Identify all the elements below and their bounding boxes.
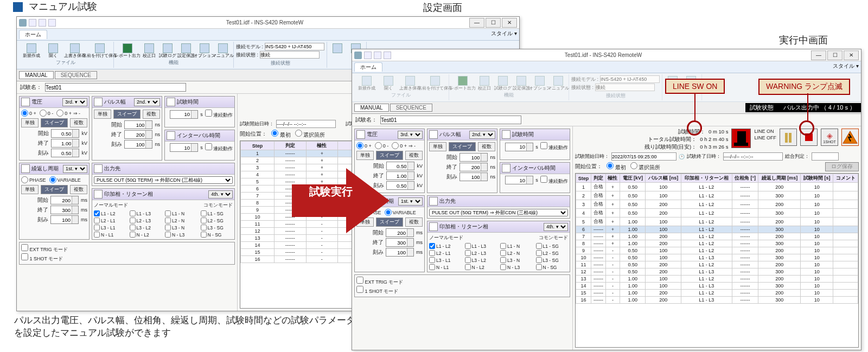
coupling-check[interactable] xyxy=(201,232,207,238)
table-row[interactable]: 5合格+1.00100L1 - L2------20010 xyxy=(576,217,858,226)
w-mode-repeat[interactable]: 複数 xyxy=(478,142,495,151)
style-menu[interactable]: スタイル ▾ xyxy=(833,62,859,72)
coupling-check[interactable] xyxy=(465,257,471,263)
log-save-btn[interactable]: ログ保存 xyxy=(825,162,859,171)
phase-radio[interactable] xyxy=(356,209,363,216)
mode-repeat[interactable]: 複数 xyxy=(70,118,87,127)
r-start[interactable] xyxy=(51,196,72,204)
w-mode-sweep[interactable]: スイープ xyxy=(449,142,476,151)
qat-btn[interactable] xyxy=(364,52,372,59)
coupling-check[interactable] xyxy=(429,243,435,249)
coupling-check[interactable] xyxy=(94,217,100,223)
mode-single[interactable]: 単独 xyxy=(356,151,374,160)
coupling-check[interactable] xyxy=(130,210,136,216)
table-row[interactable]: 6------+1.00100L1 - L2------30010 xyxy=(576,226,858,233)
pol-plus[interactable] xyxy=(356,142,363,149)
mode-single[interactable]: 単独 xyxy=(21,118,39,127)
minimize-button[interactable]: ― xyxy=(469,18,484,28)
manual-button[interactable]: マニュアル xyxy=(215,43,231,59)
pause-button[interactable] xyxy=(780,129,797,146)
v-step[interactable] xyxy=(387,182,407,189)
coupling-check[interactable] xyxy=(429,250,435,256)
pol-both[interactable] xyxy=(392,142,399,149)
table-row[interactable]: 10-------0.50100L1 - L3------30010 xyxy=(576,254,858,261)
close-button[interactable]: ✕ xyxy=(502,18,517,28)
table-row[interactable]: 8------+1.00200L1 - L2------30010 xyxy=(576,240,858,247)
calib-button[interactable]: 校正日 xyxy=(141,43,157,59)
coupling-order[interactable]: 4th. ▾ xyxy=(208,190,233,199)
qat-btn[interactable] xyxy=(48,19,56,27)
t-val[interactable] xyxy=(506,143,526,151)
r-start[interactable] xyxy=(386,229,407,236)
t-cont[interactable] xyxy=(540,142,547,149)
minimize-button[interactable]: ― xyxy=(811,50,826,60)
coupling-check[interactable] xyxy=(465,250,471,256)
one-shot-check[interactable] xyxy=(21,253,28,260)
coupling-check[interactable] xyxy=(165,225,171,231)
r-mode-repeat[interactable]: 複数 xyxy=(70,185,87,194)
coupling-check[interactable] xyxy=(465,264,471,270)
t-cont[interactable] xyxy=(205,110,212,117)
w-mode-repeat[interactable]: 複数 xyxy=(143,110,160,119)
w-start[interactable] xyxy=(125,121,145,129)
table-row[interactable]: 12-------0.50200L1 - L3------30010 xyxy=(576,268,858,276)
pol-minus[interactable] xyxy=(40,110,47,117)
ribbon-tab-home[interactable]: ホーム xyxy=(19,30,47,39)
i-val[interactable] xyxy=(506,176,526,184)
report-button[interactable]: レポート出力 xyxy=(116,43,139,59)
maximize-button[interactable]: ☐ xyxy=(827,50,843,60)
startpos-first[interactable] xyxy=(271,130,278,137)
ribbon-tab-home[interactable]: ホーム xyxy=(354,62,382,72)
w-start[interactable] xyxy=(460,153,481,161)
ext-trig-check[interactable] xyxy=(21,244,28,251)
coupling-check[interactable] xyxy=(165,217,171,223)
ext-trig-check[interactable] xyxy=(356,277,363,284)
r-end[interactable] xyxy=(386,239,407,246)
log-button[interactable]: 試験ログ xyxy=(159,43,176,59)
r-mode-sweep[interactable]: スイープ xyxy=(41,185,68,194)
coupling-check[interactable] xyxy=(500,250,506,256)
coupling-order[interactable]: 4th. ▾ xyxy=(544,223,568,231)
coupling-check[interactable] xyxy=(130,232,136,238)
startpos-sel[interactable] xyxy=(295,130,302,137)
qat-btn[interactable] xyxy=(374,52,381,59)
coupling-check[interactable] xyxy=(465,243,471,249)
run-indicator[interactable] xyxy=(731,129,751,148)
t-val[interactable] xyxy=(170,111,191,118)
end-dt-input[interactable] xyxy=(723,152,783,161)
tab-sequence[interactable]: SEQUENCE xyxy=(55,71,97,79)
startpos-sel[interactable] xyxy=(630,162,637,169)
pulse-order[interactable]: 2nd. ▾ xyxy=(134,98,160,106)
coupling-check[interactable] xyxy=(500,243,506,249)
i-cont[interactable] xyxy=(205,143,212,150)
i-val[interactable] xyxy=(170,144,191,151)
table-row[interactable]: 14-------1.00100L1 - L3------30010 xyxy=(576,283,858,290)
pulse-order[interactable]: 2nd. ▾ xyxy=(469,131,495,139)
table-row[interactable]: 7------+1.00200L1 - L2------20010 xyxy=(576,233,858,240)
maximize-button[interactable]: ☐ xyxy=(486,18,501,28)
voltage-order[interactable]: 3rd. ▾ xyxy=(398,131,423,139)
coupling-check[interactable] xyxy=(500,264,506,270)
tab-manual[interactable]: MANUAL xyxy=(19,71,54,79)
output-select[interactable]: PULSE OUT (50Ω TERM) ⇒ 外部CDN (三相4線) xyxy=(429,209,568,216)
mode-repeat[interactable]: 複数 xyxy=(405,151,423,160)
voltage-order[interactable]: 3rd. ▾ xyxy=(62,98,87,106)
w-mode-single[interactable]: 単独 xyxy=(429,142,446,151)
table-row[interactable]: 13-------1.00100L1 - L2------20010 xyxy=(576,276,858,283)
table-row[interactable]: 15-------1.00200L1 - L2------20010 xyxy=(576,290,858,297)
table-row[interactable]: 1合格+0.50100L1 - L2------20010 xyxy=(576,183,858,191)
coupling-check[interactable] xyxy=(429,257,435,263)
coupling-check[interactable] xyxy=(500,257,506,263)
tab-manual[interactable]: MANUAL xyxy=(354,104,389,112)
coupling-check[interactable] xyxy=(536,264,542,270)
table-row[interactable]: 11-------0.50200L1 - L2------20010 xyxy=(576,261,858,268)
coupling-check[interactable] xyxy=(536,243,542,249)
coupling-check[interactable] xyxy=(94,225,100,231)
table-row[interactable]: 2合格+0.50100L1 - L2------30010 xyxy=(576,191,858,200)
judge-input[interactable] xyxy=(812,152,839,161)
startpos-first[interactable] xyxy=(607,162,614,169)
table-row[interactable]: 4合格+0.50200L1 - L2------30010 xyxy=(576,209,858,217)
one-shot-check[interactable] xyxy=(356,286,363,293)
i-cont[interactable] xyxy=(540,176,547,183)
warning-button[interactable] xyxy=(841,129,859,146)
